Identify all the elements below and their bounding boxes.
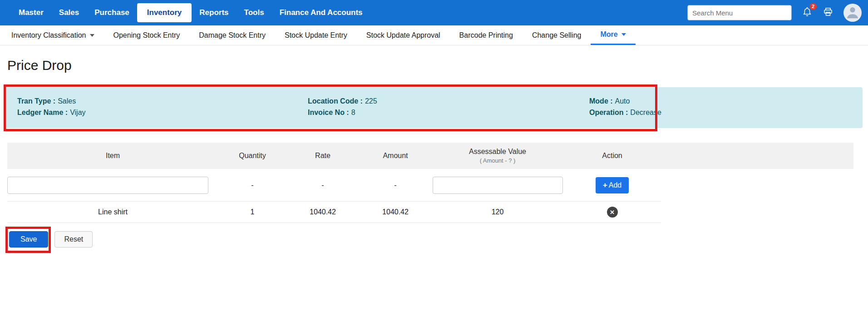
invoice-no-field: Invoice No :8 — [308, 107, 589, 118]
plus-icon: + — [603, 181, 607, 190]
column-header-action: Action — [563, 152, 661, 160]
nav-right-cluster: 2 — [687, 4, 862, 22]
entry-amount-cell: - — [359, 169, 432, 201]
ledger-name-value: Vijay — [70, 109, 85, 116]
subnav-item-stock-update-approval[interactable]: Stock Update Approval — [357, 25, 450, 45]
subnav-item-more[interactable]: More — [591, 25, 635, 45]
subnav-item-stock-update-entry[interactable]: Stock Update Entry — [275, 25, 357, 45]
info-column-2: Location Code :225 Invoice No :8 — [308, 95, 589, 120]
ledger-name-field: Ledger Name :Vijay — [17, 107, 308, 118]
column-header-quantity: Quantity — [218, 152, 286, 160]
chevron-down-icon — [90, 34, 94, 37]
entry-item-cell — [7, 169, 218, 201]
operation-value: Decrease — [630, 109, 661, 116]
tran-type-label: Tran Type : — [17, 97, 55, 105]
info-column-1: Tran Type :Sales Ledger Name :Vijay — [17, 95, 308, 120]
top-navigation-bar: Master Sales Purchase Inventory Reports … — [0, 0, 868, 25]
column-header-assessable-value: Assessable Value ( Amount - ? ) — [432, 148, 563, 164]
inventory-sub-navigation: Inventory Classification Opening Stock E… — [0, 25, 868, 45]
nav-item-purchase[interactable]: Purchase — [87, 4, 137, 22]
form-actions: Save Reset — [9, 231, 868, 248]
item-input[interactable] — [7, 177, 208, 194]
transaction-info-panel: Tran Type :Sales Ledger Name :Vijay Loca… — [5, 87, 863, 128]
column-header-rate: Rate — [286, 152, 359, 160]
row-quantity-cell: 1 — [218, 202, 286, 223]
subnav-label: Inventory Classification — [11, 31, 86, 40]
tran-type-value: Sales — [58, 97, 76, 105]
subnav-label: Opening Stock Entry — [113, 31, 180, 40]
close-icon: ✕ — [610, 209, 615, 215]
subnav-item-inventory-classification[interactable]: Inventory Classification — [2, 25, 104, 45]
row-action-cell: ✕ — [563, 202, 661, 223]
nav-item-finance-and-accounts[interactable]: Finance And Accounts — [272, 4, 370, 22]
nav-item-master[interactable]: Master — [11, 4, 51, 22]
subnav-label: Change Selling — [532, 31, 582, 40]
invoice-no-label: Invoice No : — [308, 109, 349, 116]
operation-field: Operation :Decrease — [589, 107, 851, 118]
entry-row: - - - + Add — [7, 169, 661, 202]
column-header-item: Item — [7, 152, 218, 160]
subnav-item-barcode-printing[interactable]: Barcode Printing — [450, 25, 523, 45]
assessable-value-subtitle: ( Amount - ? ) — [432, 157, 563, 164]
add-button-label: Add — [609, 181, 621, 189]
ledger-name-label: Ledger Name : — [17, 109, 68, 116]
invoice-no-value: 8 — [351, 109, 355, 116]
row-amount-cell: 1040.42 — [359, 202, 432, 223]
user-avatar[interactable] — [843, 4, 862, 22]
entry-action-cell: + Add — [563, 169, 661, 201]
page-title: Price Drop — [7, 57, 868, 74]
subnav-label: Barcode Printing — [459, 31, 513, 40]
chevron-down-icon — [621, 33, 626, 36]
printer-icon — [823, 6, 833, 19]
nav-item-reports[interactable]: Reports — [192, 4, 236, 22]
save-button[interactable]: Save — [9, 231, 48, 248]
nav-item-inventory[interactable]: Inventory — [137, 3, 192, 22]
location-code-value: 225 — [365, 97, 377, 105]
subnav-item-change-selling[interactable]: Change Selling — [523, 25, 591, 45]
row-assessable-cell: 120 — [432, 202, 563, 223]
info-column-3: Mode :Auto Operation :Decrease — [589, 95, 851, 120]
entry-quantity-cell: - — [218, 169, 286, 201]
subnav-item-damage-stock-entry[interactable]: Damage Stock Entry — [189, 25, 275, 45]
mode-label: Mode : — [589, 97, 613, 105]
entry-rate-cell: - — [286, 169, 359, 201]
entry-assessable-cell — [432, 169, 563, 201]
row-item-cell: Line shirt — [7, 202, 218, 223]
assessable-value-input[interactable] — [433, 177, 563, 194]
table-row: Line shirt 1 1040.42 1040.42 120 ✕ — [7, 202, 661, 223]
person-icon — [845, 4, 860, 21]
subnav-label: Stock Update Entry — [285, 31, 347, 40]
subnav-label: Stock Update Approval — [366, 31, 440, 40]
notification-count-badge: 2 — [809, 3, 817, 10]
location-code-label: Location Code : — [308, 97, 363, 105]
table-header: Item Quantity Rate Amount Assessable Val… — [7, 143, 853, 169]
column-header-amount: Amount — [359, 152, 432, 160]
reset-button[interactable]: Reset — [54, 231, 93, 248]
nav-item-sales[interactable]: Sales — [51, 4, 87, 22]
row-rate-cell: 1040.42 — [286, 202, 359, 223]
assessable-value-title: Assessable Value — [432, 148, 563, 156]
print-button[interactable] — [823, 6, 833, 19]
subnav-item-opening-stock-entry[interactable]: Opening Stock Entry — [104, 25, 190, 45]
tran-type-field: Tran Type :Sales — [17, 95, 308, 107]
notifications-button[interactable]: 2 — [802, 6, 813, 19]
subnav-label: Damage Stock Entry — [199, 31, 266, 40]
location-code-field: Location Code :225 — [308, 95, 589, 107]
delete-row-button[interactable]: ✕ — [607, 207, 618, 218]
search-input[interactable] — [687, 5, 792, 20]
subnav-label: More — [600, 30, 617, 39]
operation-label: Operation : — [589, 109, 628, 116]
nav-item-tools[interactable]: Tools — [237, 4, 272, 22]
add-button[interactable]: + Add — [596, 177, 629, 193]
mode-value: Auto — [615, 97, 630, 105]
price-drop-table: Item Quantity Rate Amount Assessable Val… — [7, 143, 868, 223]
mode-field: Mode :Auto — [589, 95, 851, 107]
